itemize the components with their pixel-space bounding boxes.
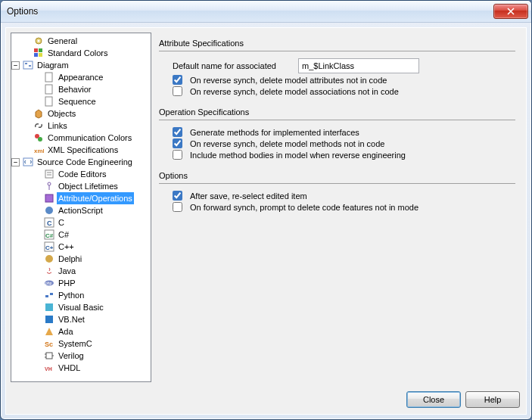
ada-icon	[43, 325, 55, 338]
diagram-icon	[22, 59, 34, 71]
delphi-icon	[43, 253, 55, 265]
tree-item-behavior[interactable]: Behavior	[11, 83, 151, 95]
c-icon: C	[43, 216, 55, 229]
tree-item-vbnet[interactable]: VB.Net	[11, 313, 151, 325]
tree-item-comm-colors[interactable]: Communication Colors	[11, 132, 151, 144]
row-default-name: Default name for associated	[159, 58, 515, 74]
tree-item-actionscript[interactable]: ActionScript	[11, 204, 151, 216]
svg-point-14	[38, 137, 42, 142]
group-operation-specifications: Operation Specifications	[159, 104, 515, 118]
svg-text:Sc: Sc	[45, 341, 53, 348]
svg-marker-12	[36, 110, 42, 118]
vhdl-icon: VH	[43, 362, 55, 374]
svg-marker-35	[45, 328, 53, 335]
tree-item-vhdl[interactable]: VHVHDL	[11, 362, 151, 374]
checkbox-rev-del-attrs[interactable]	[173, 75, 182, 85]
svg-rect-7	[25, 63, 27, 64]
tree-item-cpp[interactable]: C+C++	[11, 241, 151, 253]
settings-panel: Attribute Specifications Default name fo…	[156, 33, 521, 382]
attr-ops-icon	[43, 192, 55, 204]
tree-item-delphi[interactable]: Delphi	[11, 253, 151, 265]
category-tree[interactable]: General Standard Colors − Diagram Appear…	[11, 33, 151, 382]
collapse-icon[interactable]: −	[11, 158, 20, 166]
window-close-button[interactable]	[493, 4, 528, 19]
svg-rect-10	[45, 85, 52, 94]
tree-item-attribute-operations[interactable]: Attribute/Operations	[11, 192, 151, 204]
vbnet-icon	[43, 313, 55, 325]
svg-text:xml: xml	[34, 148, 44, 154]
divider	[159, 183, 515, 184]
tree-item-ada[interactable]: Ada	[11, 325, 151, 338]
titlebar: Options	[1, 1, 531, 23]
svg-rect-6	[23, 61, 33, 69]
tree-item-links[interactable]: Links	[11, 120, 151, 132]
actionscript-icon	[43, 204, 55, 216]
svg-rect-33	[45, 303, 53, 311]
tree-item-verilog[interactable]: Verilog	[11, 350, 151, 362]
tree-item-csharp[interactable]: C#C#	[11, 229, 151, 241]
row-include-bodies: Include method bodies in model when reve…	[159, 149, 515, 160]
collapse-icon[interactable]: −	[11, 61, 20, 70]
default-name-label: Default name for associated	[173, 61, 294, 70]
tree-item-diagram[interactable]: − Diagram	[11, 59, 151, 71]
close-button[interactable]: Close	[406, 391, 461, 408]
row-fwd-prompt: On forward synch, prompt to delete code …	[159, 201, 515, 213]
help-button[interactable]: Help	[465, 391, 520, 408]
svg-text:php: php	[45, 281, 52, 285]
systemc-icon: Sc	[43, 338, 55, 350]
checkbox-rev-del-assocs[interactable]	[173, 86, 182, 96]
tree-item-appearance[interactable]: Appearance	[11, 71, 151, 83]
tree-item-object-lifetimes[interactable]: Object Lifetimes	[11, 180, 151, 192]
tree-item-xml-specs[interactable]: xmlXML Specifications	[11, 144, 151, 156]
link-icon	[33, 120, 45, 132]
svg-point-30	[45, 255, 53, 263]
group-options: Options	[159, 168, 515, 182]
svg-rect-34	[45, 316, 53, 323]
svg-rect-37	[46, 353, 52, 359]
tree-item-c[interactable]: CC	[11, 216, 151, 229]
default-name-input[interactable]	[298, 58, 419, 73]
tree-item-python[interactable]: Python	[11, 289, 151, 301]
checkbox-fwd-prompt[interactable]	[173, 202, 182, 212]
svg-text:C+: C+	[45, 244, 54, 251]
code-icon	[22, 156, 34, 168]
options-dialog: Options General Standard Colors	[0, 0, 532, 420]
row-rev-del-assocs: On reverse synch, delete model associati…	[159, 86, 515, 97]
svg-point-1	[38, 40, 40, 42]
checkbox-after-save[interactable]	[173, 191, 182, 201]
page-icon	[43, 83, 55, 95]
checkbox-rev-del-methods[interactable]	[173, 138, 182, 148]
palette-icon	[33, 47, 45, 59]
close-icon	[507, 8, 515, 15]
checkbox-gen-methods[interactable]	[173, 127, 182, 137]
checkbox-include-bodies[interactable]	[173, 150, 182, 160]
tree-item-general[interactable]: General	[11, 35, 151, 47]
cube-icon	[33, 107, 45, 120]
csharp-icon: C#	[43, 229, 55, 241]
svg-rect-5	[39, 53, 42, 57]
svg-text:VH: VH	[45, 366, 52, 372]
editor-icon	[43, 168, 55, 180]
java-icon	[43, 265, 55, 277]
tree-item-visual-basic[interactable]: Visual Basic	[11, 301, 151, 313]
tree-item-objects[interactable]: Objects	[11, 107, 151, 120]
dialog-footer: Close Help	[6, 387, 526, 414]
tree-item-source-code-engineering[interactable]: −Source Code Engineering	[11, 156, 151, 168]
tree-item-code-editors[interactable]: Code Editors	[11, 168, 151, 180]
svg-rect-8	[29, 65, 31, 67]
svg-point-23	[45, 207, 53, 214]
tree-item-php[interactable]: phpPHP	[11, 277, 151, 289]
content-area: General Standard Colors − Diagram Appear…	[6, 28, 526, 387]
row-after-save: After save, re-select edited item	[159, 190, 515, 201]
lifetime-icon	[43, 180, 55, 192]
svg-rect-2	[34, 48, 38, 52]
tree-item-standard-colors[interactable]: Standard Colors	[11, 47, 151, 59]
xml-icon: xml	[33, 144, 45, 156]
svg-rect-17	[45, 170, 53, 178]
tree-item-java[interactable]: Java	[11, 265, 151, 277]
svg-rect-4	[34, 53, 38, 57]
svg-text:C#: C#	[45, 232, 54, 239]
tree-item-systemc[interactable]: ScSystemC	[11, 338, 151, 350]
vb-icon	[43, 301, 55, 313]
tree-item-sequence[interactable]: Sequence	[11, 95, 151, 107]
